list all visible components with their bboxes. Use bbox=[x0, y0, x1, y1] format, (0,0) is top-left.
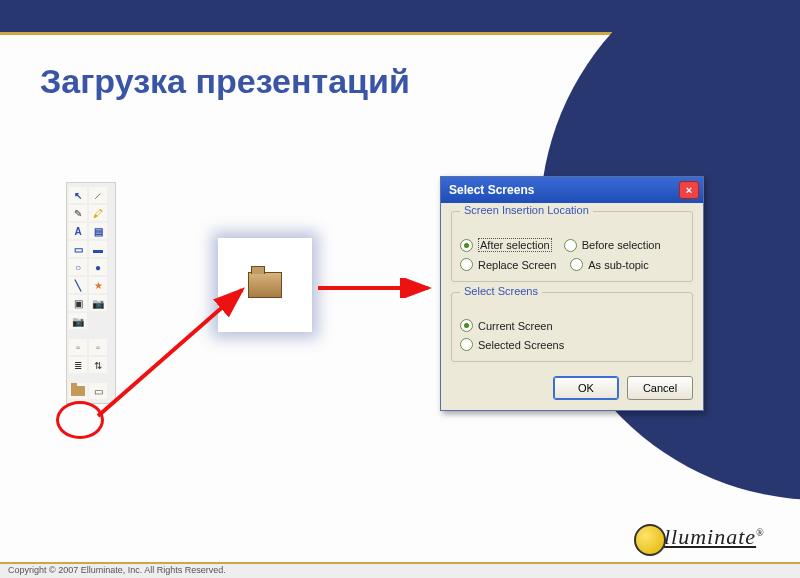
radio-icon bbox=[460, 338, 473, 351]
pointer-tool-icon[interactable]: ↖ bbox=[69, 187, 87, 203]
radio-after-selection[interactable]: After selection bbox=[460, 238, 552, 252]
load-presentation-icon[interactable] bbox=[69, 383, 87, 399]
text-tool-icon[interactable]: A bbox=[69, 223, 87, 239]
dialog-titlebar[interactable]: Select Screens × bbox=[441, 177, 703, 203]
line-draw-icon[interactable]: ╲ bbox=[69, 277, 87, 293]
snapshot-icon[interactable]: 📷 bbox=[69, 313, 87, 329]
close-icon[interactable]: × bbox=[679, 181, 699, 199]
radio-current-screen[interactable]: Current Screen bbox=[460, 319, 684, 332]
group-legend: Screen Insertion Location bbox=[460, 204, 593, 216]
radio-replace-screen[interactable]: Replace Screen bbox=[460, 258, 556, 271]
dialog-title: Select Screens bbox=[449, 183, 534, 197]
slide-footer: Copyright © 2007 Elluminate, Inc. All Ri… bbox=[0, 562, 800, 578]
select-screens-dialog: Select Screens × Screen Insertion Locati… bbox=[440, 176, 704, 411]
oval-fill-icon[interactable]: ● bbox=[89, 259, 107, 275]
elluminate-logo: lluminate® bbox=[634, 518, 760, 560]
logo-text: lluminate® bbox=[664, 524, 765, 550]
page-nav-icon[interactable]: ≣ bbox=[69, 357, 87, 373]
textbox-tool-icon[interactable]: ▤ bbox=[89, 223, 107, 239]
highlighter-icon[interactable]: 🖍 bbox=[89, 205, 107, 221]
select-screens-group: Select Screens Current Screen Selected S… bbox=[451, 292, 693, 362]
pen-icon[interactable]: ✎ bbox=[69, 205, 87, 221]
radio-icon bbox=[460, 258, 473, 271]
copyright-text: Copyright © 2007 Elluminate, Inc. All Ri… bbox=[8, 565, 226, 575]
arrow-zoom-to-dialog bbox=[316, 278, 434, 298]
rect-outline-icon[interactable]: ▭ bbox=[69, 241, 87, 257]
radio-icon bbox=[564, 239, 577, 252]
screenshot-icon[interactable]: ▣ bbox=[69, 295, 87, 311]
cancel-button[interactable]: Cancel bbox=[627, 376, 693, 400]
lightbulb-icon bbox=[634, 524, 666, 556]
ok-button[interactable]: OK bbox=[553, 376, 619, 400]
radio-icon bbox=[570, 258, 583, 271]
blank-screen-icon[interactable]: ▫ bbox=[69, 339, 87, 355]
slide-title: Загрузка презентаций bbox=[40, 62, 410, 101]
radio-before-selection[interactable]: Before selection bbox=[564, 238, 661, 252]
line-select-icon[interactable]: ⟋ bbox=[89, 187, 107, 203]
oval-outline-icon[interactable]: ○ bbox=[69, 259, 87, 275]
radio-icon bbox=[460, 319, 473, 332]
folder-icon bbox=[248, 272, 282, 298]
radio-icon bbox=[460, 239, 473, 252]
radio-as-subtopic[interactable]: As sub-topic bbox=[570, 258, 649, 271]
svg-line-0 bbox=[98, 290, 242, 416]
radio-selected-screens[interactable]: Selected Screens bbox=[460, 338, 684, 351]
rect-fill-icon[interactable]: ▬ bbox=[89, 241, 107, 257]
insertion-location-group: Screen Insertion Location After selectio… bbox=[451, 211, 693, 282]
arrow-toolbar-to-zoom bbox=[92, 282, 252, 422]
group-legend: Select Screens bbox=[460, 285, 542, 297]
